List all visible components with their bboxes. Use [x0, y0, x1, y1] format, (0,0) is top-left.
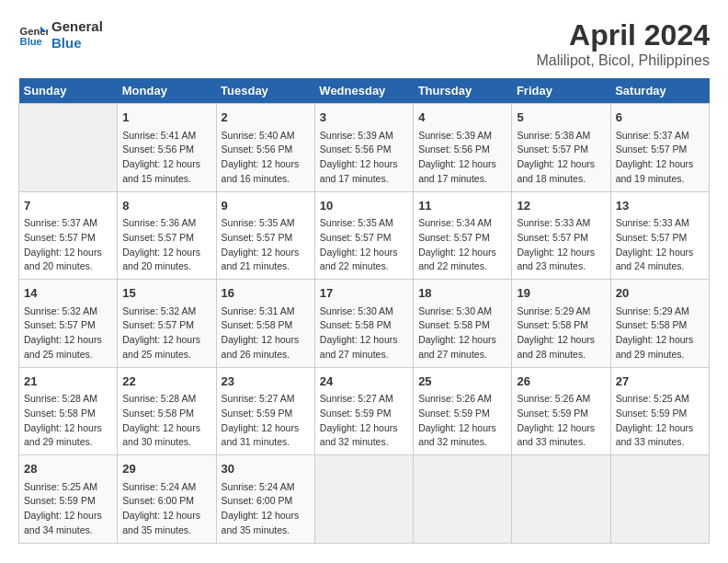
date-number: 18 — [418, 284, 506, 303]
date-number: 22 — [122, 373, 210, 391]
cell-info: Sunrise: 5:27 AM Sunset: 5:59 PM Dayligh… — [320, 392, 408, 450]
calendar-cell: 20Sunrise: 5:29 AM Sunset: 5:58 PM Dayli… — [610, 280, 709, 368]
calendar-cell: 3Sunrise: 5:39 AM Sunset: 5:56 PM Daylig… — [314, 104, 413, 192]
cell-info: Sunrise: 5:24 AM Sunset: 6:00 PM Dayligh… — [222, 480, 310, 538]
date-number: 5 — [517, 109, 605, 127]
week-row-1: 1Sunrise: 5:41 AM Sunset: 5:56 PM Daylig… — [19, 104, 710, 192]
calendar-cell: 5Sunrise: 5:38 AM Sunset: 5:57 PM Daylig… — [512, 104, 610, 192]
title-block: April 2024 Malilipot, Bicol, Philippines — [536, 18, 710, 69]
date-number: 11 — [418, 197, 506, 215]
calendar-cell: 16Sunrise: 5:31 AM Sunset: 5:58 PM Dayli… — [216, 280, 314, 368]
cell-info: Sunrise: 5:33 AM Sunset: 5:57 PM Dayligh… — [517, 216, 605, 274]
calendar-cell: 2Sunrise: 5:40 AM Sunset: 5:56 PM Daylig… — [216, 104, 314, 192]
calendar-cell: 12Sunrise: 5:33 AM Sunset: 5:57 PM Dayli… — [512, 191, 610, 280]
main-title: April 2024 — [536, 18, 710, 52]
calendar-cell: 15Sunrise: 5:32 AM Sunset: 5:57 PM Dayli… — [118, 280, 216, 368]
calendar-cell: 29Sunrise: 5:24 AM Sunset: 6:00 PM Dayli… — [118, 455, 216, 544]
cell-info: Sunrise: 5:28 AM Sunset: 5:58 PM Dayligh… — [122, 392, 210, 450]
logo-line2: Blue — [51, 35, 103, 52]
col-header-saturday: Saturday — [610, 78, 709, 104]
calendar-cell: 24Sunrise: 5:27 AM Sunset: 5:59 PM Dayli… — [314, 367, 413, 455]
cell-info: Sunrise: 5:39 AM Sunset: 5:56 PM Dayligh… — [418, 129, 506, 187]
cell-info: Sunrise: 5:24 AM Sunset: 6:00 PM Dayligh… — [122, 480, 210, 538]
calendar-cell: 23Sunrise: 5:27 AM Sunset: 5:59 PM Dayli… — [216, 367, 314, 455]
date-number: 20 — [616, 284, 704, 303]
date-number: 13 — [616, 197, 704, 215]
calendar-cell: 27Sunrise: 5:25 AM Sunset: 5:59 PM Dayli… — [610, 367, 709, 455]
calendar-cell: 14Sunrise: 5:32 AM Sunset: 5:57 PM Dayli… — [19, 280, 118, 368]
col-header-friday: Friday — [512, 78, 610, 104]
cell-info: Sunrise: 5:27 AM Sunset: 5:59 PM Dayligh… — [222, 392, 310, 450]
calendar-cell: 26Sunrise: 5:26 AM Sunset: 5:59 PM Dayli… — [512, 367, 610, 455]
calendar-cell: 22Sunrise: 5:28 AM Sunset: 5:58 PM Dayli… — [118, 367, 216, 455]
date-number: 10 — [320, 197, 408, 215]
calendar-cell: 30Sunrise: 5:24 AM Sunset: 6:00 PM Dayli… — [216, 455, 314, 544]
calendar-cell: 7Sunrise: 5:37 AM Sunset: 5:57 PM Daylig… — [19, 191, 118, 280]
col-header-monday: Monday — [118, 78, 216, 104]
date-number: 4 — [418, 109, 506, 127]
date-number: 2 — [222, 109, 310, 127]
cell-info: Sunrise: 5:35 AM Sunset: 5:57 PM Dayligh… — [320, 216, 408, 274]
calendar-cell: 25Sunrise: 5:26 AM Sunset: 5:59 PM Dayli… — [414, 367, 512, 455]
svg-text:Blue: Blue — [20, 36, 42, 47]
date-number: 19 — [517, 284, 605, 303]
calendar-cell: 8Sunrise: 5:36 AM Sunset: 5:57 PM Daylig… — [118, 191, 216, 280]
calendar-cell: 21Sunrise: 5:28 AM Sunset: 5:58 PM Dayli… — [19, 367, 118, 455]
logo: General Blue General Blue — [18, 18, 103, 52]
calendar-cell — [19, 104, 118, 192]
date-number: 23 — [222, 373, 310, 391]
calendar-cell: 17Sunrise: 5:30 AM Sunset: 5:58 PM Dayli… — [314, 280, 413, 368]
calendar-cell: 1Sunrise: 5:41 AM Sunset: 5:56 PM Daylig… — [118, 104, 216, 192]
date-number: 28 — [24, 460, 112, 478]
cell-info: Sunrise: 5:31 AM Sunset: 5:58 PM Dayligh… — [222, 304, 310, 362]
calendar-cell: 10Sunrise: 5:35 AM Sunset: 5:57 PM Dayli… — [314, 191, 413, 280]
calendar-table: SundayMondayTuesdayWednesdayThursdayFrid… — [18, 78, 710, 544]
logo-line1: General — [51, 18, 103, 35]
col-header-sunday: Sunday — [19, 78, 118, 104]
week-row-4: 21Sunrise: 5:28 AM Sunset: 5:58 PM Dayli… — [19, 367, 710, 455]
cell-info: Sunrise: 5:26 AM Sunset: 5:59 PM Dayligh… — [418, 392, 506, 450]
calendar-cell: 11Sunrise: 5:34 AM Sunset: 5:57 PM Dayli… — [414, 191, 512, 280]
col-header-tuesday: Tuesday — [216, 78, 314, 104]
cell-info: Sunrise: 5:40 AM Sunset: 5:56 PM Dayligh… — [222, 129, 310, 187]
date-number: 16 — [222, 284, 310, 303]
cell-info: Sunrise: 5:38 AM Sunset: 5:57 PM Dayligh… — [517, 129, 605, 187]
week-row-2: 7Sunrise: 5:37 AM Sunset: 5:57 PM Daylig… — [19, 191, 710, 280]
calendar-cell: 18Sunrise: 5:30 AM Sunset: 5:58 PM Dayli… — [414, 280, 512, 368]
logo-icon: General Blue — [18, 20, 48, 50]
date-number: 14 — [24, 284, 112, 303]
cell-info: Sunrise: 5:28 AM Sunset: 5:58 PM Dayligh… — [24, 392, 112, 450]
cell-info: Sunrise: 5:41 AM Sunset: 5:56 PM Dayligh… — [122, 129, 210, 187]
cell-info: Sunrise: 5:32 AM Sunset: 5:57 PM Dayligh… — [122, 304, 210, 362]
date-number: 25 — [418, 373, 506, 391]
week-row-5: 28Sunrise: 5:25 AM Sunset: 5:59 PM Dayli… — [19, 455, 710, 544]
calendar-cell — [414, 455, 512, 544]
week-row-3: 14Sunrise: 5:32 AM Sunset: 5:57 PM Dayli… — [19, 280, 710, 368]
col-header-thursday: Thursday — [414, 78, 512, 104]
cell-info: Sunrise: 5:26 AM Sunset: 5:59 PM Dayligh… — [517, 392, 605, 450]
date-number: 12 — [517, 197, 605, 215]
cell-info: Sunrise: 5:29 AM Sunset: 5:58 PM Dayligh… — [616, 304, 704, 362]
cell-info: Sunrise: 5:37 AM Sunset: 5:57 PM Dayligh… — [24, 216, 112, 274]
col-header-wednesday: Wednesday — [314, 78, 413, 104]
cell-info: Sunrise: 5:34 AM Sunset: 5:57 PM Dayligh… — [418, 216, 506, 274]
cell-info: Sunrise: 5:33 AM Sunset: 5:57 PM Dayligh… — [616, 216, 704, 274]
date-number: 27 — [616, 373, 704, 391]
calendar-cell: 19Sunrise: 5:29 AM Sunset: 5:58 PM Dayli… — [512, 280, 610, 368]
cell-info: Sunrise: 5:37 AM Sunset: 5:57 PM Dayligh… — [616, 129, 704, 187]
date-number: 29 — [122, 460, 210, 478]
cell-info: Sunrise: 5:39 AM Sunset: 5:56 PM Dayligh… — [320, 129, 408, 187]
page-header: General Blue General Blue April 2024 Mal… — [18, 18, 710, 69]
cell-info: Sunrise: 5:32 AM Sunset: 5:57 PM Dayligh… — [24, 304, 112, 362]
cell-info: Sunrise: 5:25 AM Sunset: 5:59 PM Dayligh… — [616, 392, 704, 450]
calendar-cell: 9Sunrise: 5:35 AM Sunset: 5:57 PM Daylig… — [216, 191, 314, 280]
calendar-cell — [610, 455, 709, 544]
cell-info: Sunrise: 5:29 AM Sunset: 5:58 PM Dayligh… — [517, 304, 605, 362]
cell-info: Sunrise: 5:25 AM Sunset: 5:59 PM Dayligh… — [24, 480, 112, 538]
calendar-cell — [512, 455, 610, 544]
date-number: 8 — [122, 197, 210, 215]
calendar-cell: 6Sunrise: 5:37 AM Sunset: 5:57 PM Daylig… — [610, 104, 709, 192]
cell-info: Sunrise: 5:35 AM Sunset: 5:57 PM Dayligh… — [222, 216, 310, 274]
date-number: 21 — [24, 373, 112, 391]
subtitle: Malilipot, Bicol, Philippines — [536, 52, 710, 69]
